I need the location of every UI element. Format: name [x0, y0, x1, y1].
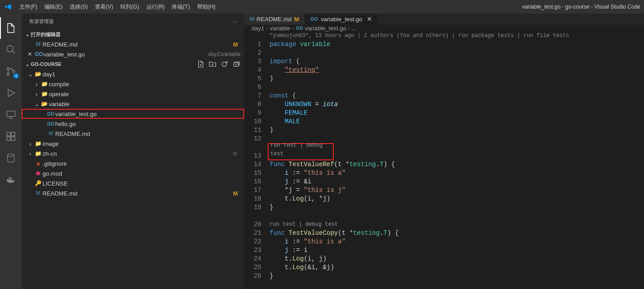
modified-badge: M: [294, 16, 299, 23]
menu-edit[interactable]: 编辑(E): [41, 0, 66, 14]
tree-item[interactable]: ›📁zh-cn: [22, 149, 244, 158]
tree-item-label: .gitignore: [43, 160, 241, 167]
tree-item[interactable]: ⌄📂day1: [22, 69, 244, 79]
new-file-icon[interactable]: [197, 61, 204, 68]
menu-select[interactable]: 选择(S): [66, 0, 91, 14]
tree-item[interactable]: M𝄀README.md: [22, 129, 244, 139]
go-file-icon: GO: [296, 26, 303, 31]
tree-item[interactable]: 🔑LICENSE: [22, 178, 244, 188]
sidebar-more-icon[interactable]: ···: [233, 19, 237, 24]
svg-rect-10: [7, 179, 9, 180]
close-icon[interactable]: ✕: [367, 15, 372, 23]
breadcrumb-part[interactable]: variable_test.go: [305, 25, 346, 32]
tree-item-label: README.md: [43, 190, 233, 197]
activity-docker[interactable]: [0, 169, 22, 191]
chevron-right-icon: ›: [348, 25, 350, 32]
codelens-run-debug[interactable]: run test | debug test: [270, 220, 644, 229]
collapse-all-icon[interactable]: [232, 61, 240, 68]
activity-explorer[interactable]: [0, 17, 22, 39]
new-folder-icon[interactable]: [209, 61, 216, 68]
window-title: variable_test.go - go-course - Visual St…: [219, 4, 644, 10]
menu-view[interactable]: 查看(V): [91, 0, 117, 14]
tab-variable-test[interactable]: GO variable_test.go ✕: [305, 14, 378, 25]
chevron-icon: ›: [27, 150, 33, 157]
editor-tabs: M𝄀 README.md M GO variable_test.go ✕: [244, 14, 644, 25]
chevron-right-icon: ›: [292, 25, 294, 32]
chevron-icon: ›: [33, 91, 40, 98]
tree-item[interactable]: GOvariable_test.go: [22, 109, 244, 119]
git-blame-annotation[interactable]: "yumaojun03", 13 hours ago | 2 authors (…: [270, 32, 644, 40]
folder-icon: 📁: [35, 150, 42, 157]
markdown-file-icon: M𝄀: [250, 16, 254, 22]
modified-dot: [233, 152, 237, 155]
tree-item[interactable]: ›📁image: [22, 139, 244, 149]
codelens-run-debug[interactable]: run test | debug test: [268, 143, 334, 160]
sidebar-title: 资源管理器 ···: [22, 14, 244, 29]
menu-file[interactable]: 文件(F): [16, 0, 41, 14]
chevron-right-icon: ›: [266, 25, 268, 32]
close-icon[interactable]: ✕: [25, 51, 34, 57]
breadcrumb-part[interactable]: ...: [352, 25, 357, 32]
tree-item[interactable]: GOhello.go: [22, 119, 244, 129]
svg-rect-11: [9, 179, 10, 180]
svg-rect-6: [11, 132, 15, 136]
git-file-icon: ◈: [36, 160, 40, 167]
chevron-icon: ›: [33, 81, 40, 88]
open-editor-item[interactable]: M𝄀 README.md M: [22, 39, 244, 49]
tree-item-label: image: [43, 140, 241, 147]
tab-readme[interactable]: M𝄀 README.md M: [244, 14, 305, 25]
tree-item[interactable]: ◈.gitignore: [22, 158, 244, 168]
sidebar: 资源管理器 ··· ⌄ 打开的编辑器 M𝄀 README.md M ✕ GO v…: [22, 14, 244, 289]
tree-item-label: zh-cn: [43, 150, 233, 157]
breadcrumb-part[interactable]: day1: [251, 25, 264, 32]
tree-item[interactable]: ›📁compile: [22, 79, 244, 89]
breadcrumbs[interactable]: day1 › variable › GO variable_test.go › …: [244, 25, 644, 32]
activity-database[interactable]: [0, 147, 22, 169]
code-editor[interactable]: 12345 678910 1112 13141516171819 2021222…: [244, 32, 644, 289]
go-file-icon: GO: [47, 112, 54, 117]
workspace-header[interactable]: ⌄ GO-COURSE: [22, 59, 244, 69]
menu-help[interactable]: 帮助(H): [194, 0, 219, 14]
tree-item[interactable]: ›📁operate: [22, 89, 244, 99]
folder-open-icon: 📂: [41, 101, 48, 107]
chevron-down-icon: ⌄: [24, 61, 31, 67]
tree-item-label: variable: [49, 101, 241, 107]
folder-icon: 📁: [41, 81, 48, 87]
editor-area: M𝄀 README.md M GO variable_test.go ✕ day…: [244, 14, 644, 289]
menu-terminal[interactable]: 终端(T): [168, 0, 193, 14]
chevron-down-icon: ⌄: [24, 32, 31, 37]
svg-rect-14: [10, 177, 12, 179]
go-file-icon: GO: [310, 16, 318, 22]
tree-item-label: go.mod: [43, 170, 241, 177]
modified-badge: M: [233, 41, 241, 48]
license-icon: 🔑: [35, 180, 42, 186]
tree-item-label: hello.go: [55, 121, 241, 127]
menu-run[interactable]: 运行(R): [143, 0, 169, 14]
tree-item[interactable]: M𝄀README.mdM: [22, 188, 244, 198]
activity-run-debug[interactable]: [0, 82, 22, 104]
open-editors-header[interactable]: ⌄ 打开的编辑器: [22, 29, 244, 39]
activity-remote[interactable]: [0, 104, 22, 126]
scm-badge: 4: [13, 73, 19, 79]
tree-item[interactable]: ⬢go.mod: [22, 168, 244, 178]
open-editor-item[interactable]: ✕ GO variable_test.go day1\variable: [22, 49, 244, 59]
go-mod-icon: ⬢: [36, 170, 40, 177]
svg-point-0: [7, 46, 13, 52]
folder-open-icon: 📂: [35, 71, 42, 77]
menu-goto[interactable]: 转到(G): [117, 0, 142, 14]
tree-item-label: LICENSE: [43, 180, 241, 187]
chevron-icon: ⌄: [27, 71, 33, 78]
refresh-icon[interactable]: [221, 61, 228, 68]
breadcrumb-part[interactable]: variable: [270, 25, 291, 32]
tree-item-label: README.md: [55, 131, 241, 137]
activity-source-control[interactable]: 4: [0, 61, 22, 82]
tree-item[interactable]: ⌄📂variable: [22, 99, 244, 109]
activity-extensions[interactable]: [0, 126, 22, 147]
activity-search[interactable]: [0, 39, 22, 61]
vscode-logo-icon: [0, 3, 16, 10]
activity-bar: 4: [0, 14, 22, 289]
svg-point-3: [13, 70, 15, 73]
chevron-icon: ⌄: [33, 101, 40, 107]
svg-rect-7: [7, 137, 10, 140]
folder-image-icon: 📁: [35, 140, 42, 147]
